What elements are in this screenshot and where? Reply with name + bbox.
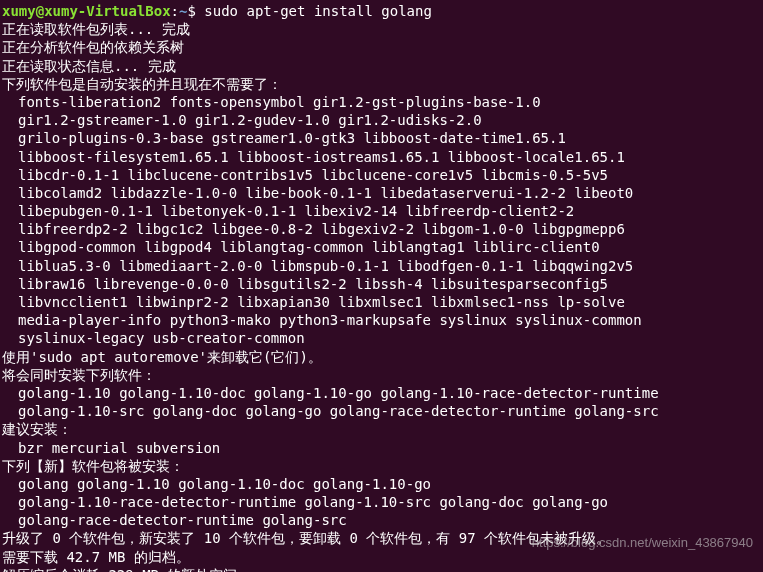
output-line: 使用'sudo apt autoremove'来卸载它(它们)。 <box>2 348 761 366</box>
output-line: 将会同时安装下列软件： <box>2 366 761 384</box>
package-list-item: grilo-plugins-0.3-base gstreamer1.0-gtk3… <box>2 129 761 147</box>
output-line: 解压缩后会消耗 229 MB 的额外空间。 <box>2 566 761 572</box>
package-list-item: syslinux-legacy usb-creator-common <box>2 329 761 347</box>
output-line: 建议安装： <box>2 420 761 438</box>
package-list-item: libboost-filesystem1.65.1 libboost-iostr… <box>2 148 761 166</box>
user-host: xumy@xumy-VirtualBox <box>2 3 171 19</box>
package-list-item: libcdr-0.1-1 libclucene-contribs1v5 libc… <box>2 166 761 184</box>
package-list-item: golang-race-detector-runtime golang-src <box>2 511 761 529</box>
package-list-item: libfreerdp2-2 libgc1c2 libgee-0.8-2 libg… <box>2 220 761 238</box>
output-line: 正在分析软件包的依赖关系树 <box>2 38 761 56</box>
output-line: 下列【新】软件包将被安装： <box>2 457 761 475</box>
command-text: sudo apt-get install golang <box>204 3 432 19</box>
package-list-item: libvncclient1 libwinpr2-2 libxapian30 li… <box>2 293 761 311</box>
package-list-item: golang-1.10 golang-1.10-doc golang-1.10-… <box>2 384 761 402</box>
package-list-item: golang-1.10-src golang-doc golang-go gol… <box>2 402 761 420</box>
package-list-item: fonts-liberation2 fonts-opensymbol gir1.… <box>2 93 761 111</box>
terminal-window[interactable]: xumy@xumy-VirtualBox:~$ sudo apt-get ins… <box>2 2 761 572</box>
prompt-line: xumy@xumy-VirtualBox:~$ sudo apt-get ins… <box>2 2 761 20</box>
package-list-item: bzr mercurial subversion <box>2 439 761 457</box>
package-list-item: media-player-info python3-mako python3-m… <box>2 311 761 329</box>
output-line: 正在读取状态信息... 完成 <box>2 57 761 75</box>
package-list-item: libepubgen-0.1-1 libetonyek-0.1-1 libexi… <box>2 202 761 220</box>
package-list-item: libgpod-common libgpod4 liblangtag-commo… <box>2 238 761 256</box>
package-list-item: golang golang-1.10 golang-1.10-doc golan… <box>2 475 761 493</box>
package-list-item: liblua5.3-0 libmediaart-2.0-0 libmspub-0… <box>2 257 761 275</box>
prompt-colon: : <box>171 3 179 19</box>
package-list-item: gir1.2-gstreamer-1.0 gir1.2-gudev-1.0 gi… <box>2 111 761 129</box>
package-list-item: libcolamd2 libdazzle-1.0-0 libe-book-0.1… <box>2 184 761 202</box>
output-line: 下列软件包是自动安装的并且现在不需要了： <box>2 75 761 93</box>
package-list-item: golang-1.10-race-detector-runtime golang… <box>2 493 761 511</box>
output-line: 正在读取软件包列表... 完成 <box>2 20 761 38</box>
watermark-text: https://blog.csdn.net/weixin_43867940 <box>532 535 753 552</box>
prompt-dollar: $ <box>187 3 204 19</box>
package-list-item: libraw16 librevenge-0.0-0 libsgutils2-2 … <box>2 275 761 293</box>
